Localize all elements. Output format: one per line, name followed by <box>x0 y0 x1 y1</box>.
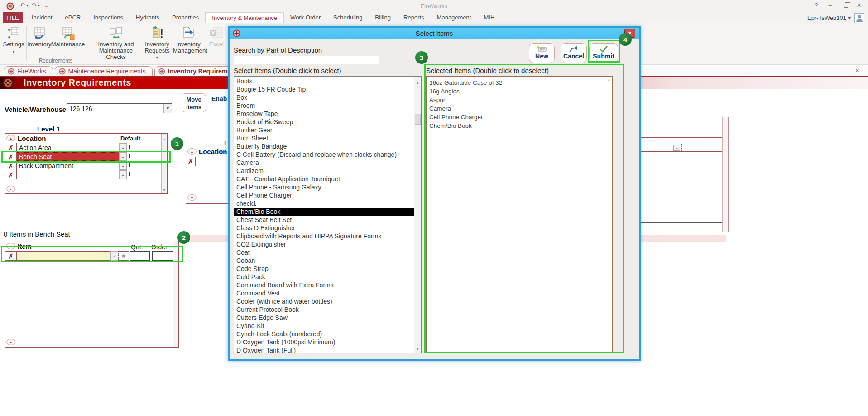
inventory-and-maintenance-checks-button[interactable]: Inventory and Maintenance Checks <box>90 25 142 59</box>
select-item-option[interactable]: Bougie 15 FR Coude Tip <box>234 85 414 93</box>
ribbon-separator <box>26 26 27 60</box>
inventory-management-button[interactable]: Inventory Management <box>173 25 204 59</box>
select-item-option[interactable]: Coat <box>234 248 414 256</box>
ribbon-tab[interactable]: ePCR <box>59 12 87 23</box>
select-item-option[interactable]: Bucket of BioSweep <box>234 118 414 126</box>
select-item-option[interactable]: Cooler (with ice and water bottles) <box>234 297 414 305</box>
select-item-option[interactable]: Chest Seat Belt Set <box>234 216 414 224</box>
select-item-option[interactable]: Broom <box>234 102 414 110</box>
select-item-option[interactable]: Cynch-Lock Seals (numbered) <box>234 330 414 338</box>
location-name-cell[interactable] <box>196 157 229 166</box>
select-item-option[interactable]: Clipboard with Reports and HIPPA Signatu… <box>234 232 414 240</box>
select-item-option[interactable]: CO2 Extinguisher <box>234 240 414 248</box>
settings-button[interactable]: Settings ▾ <box>2 25 25 59</box>
select-item-option[interactable]: Boots <box>234 77 414 85</box>
ribbon-tab[interactable]: Inspections <box>87 12 129 23</box>
select-item-option[interactable]: Current Protocol Book <box>234 305 414 314</box>
ribbon-tab[interactable]: Reports <box>397 12 431 23</box>
ribbon-tab[interactable]: MIH <box>477 12 501 23</box>
select-item-option[interactable]: Butterfly Bandage <box>234 142 414 150</box>
search-input[interactable] <box>234 56 379 64</box>
minimize-button[interactable]: – <box>824 2 836 9</box>
select-item-option[interactable]: Command Board with Extra Forms <box>234 281 414 289</box>
scroll-up-button[interactable] <box>6 135 15 141</box>
location-name-cell[interactable] <box>17 170 119 179</box>
scrollbar-down-icon[interactable] <box>414 344 421 352</box>
location-dropdown-button[interactable] <box>673 145 680 151</box>
select-item-option[interactable]: Burn Sheet <box>234 134 414 142</box>
vehicle-warehouse-select[interactable]: 126 126 ▼ <box>67 103 172 113</box>
window-title: FireWorks <box>0 3 868 10</box>
inventory-requests-button[interactable]: Inventory Requests ▾ <box>143 25 171 59</box>
location-row[interactable]: Back Compartment <box>5 161 161 170</box>
location-row[interactable] <box>5 170 161 179</box>
maintenance-requirements-button[interactable]: Maintenance <box>51 25 85 59</box>
ribbon-tab[interactable]: Hydrants <box>129 12 166 23</box>
scrollbar-thumb[interactable] <box>415 114 421 125</box>
dialog-titlebar[interactable]: Select Items <box>230 28 639 39</box>
scroll-down-button[interactable] <box>6 186 15 192</box>
help-button[interactable]: ? <box>810 2 823 9</box>
delete-row-button[interactable] <box>5 170 17 179</box>
ribbon-tab[interactable]: Inventory & Maintenance <box>205 12 284 23</box>
scrollbar-up-icon[interactable] <box>414 77 421 86</box>
panel-scrollbar[interactable] <box>722 117 728 232</box>
location-row[interactable] <box>186 157 229 166</box>
select-item-option[interactable]: Broselow Tape <box>234 110 414 118</box>
select-item-option[interactable]: C Cell Battery (Discard and replace when… <box>234 150 414 159</box>
select-item-option[interactable]: Cold Pack <box>234 273 414 281</box>
select-item-option[interactable]: Chem/Bio Book <box>234 208 414 216</box>
level1-location-table: Location Default Action Area Bench Seat <box>5 133 168 194</box>
select-item-option[interactable]: Box <box>234 93 414 102</box>
inventory-requirements-button[interactable]: Inventory <box>27 25 51 59</box>
cancel-button[interactable]: Cancel <box>561 43 587 63</box>
select-item-option[interactable]: Cyano-Kit <box>234 322 414 330</box>
move-items-button[interactable]: Move Items <box>182 93 206 112</box>
select-item-option[interactable]: Cutters Edge Saw <box>234 314 414 322</box>
select-item-option[interactable]: CAT - Combat Application Tourniquet <box>234 175 414 183</box>
scroll-down-button[interactable] <box>6 339 15 345</box>
location-dropdown-button[interactable] <box>119 170 127 179</box>
fireworks-crest-icon <box>158 68 165 75</box>
scrollbar-down-icon[interactable] <box>162 185 167 193</box>
select-item-option[interactable]: Command Vest <box>234 289 414 297</box>
select-item-option[interactable]: Cell Phone Charger <box>234 191 414 199</box>
select-item-option[interactable]: Bunker Gear <box>234 126 414 134</box>
select-item-option[interactable]: check1 <box>234 199 414 208</box>
restore-icon[interactable] <box>844 4 848 8</box>
ribbon-tab[interactable]: Properties <box>166 12 205 23</box>
new-button[interactable]: New <box>529 43 555 63</box>
delete-row-button[interactable] <box>186 157 196 166</box>
list-scrollbar[interactable] <box>414 77 421 353</box>
ribbon-tab-file[interactable]: FILE <box>3 12 23 23</box>
select-item-option[interactable]: Camera <box>234 159 414 167</box>
user-avatar-icon[interactable] <box>854 13 864 23</box>
ribbon-tab[interactable]: Incident <box>25 12 59 23</box>
chevron-down-icon[interactable]: ▼ <box>163 104 172 113</box>
select-item-option[interactable]: D Oxygen Tank (1000psi Minimum) <box>234 338 414 346</box>
close-document-tab-icon[interactable]: ✕ <box>855 67 860 74</box>
scroll-down-button[interactable] <box>187 194 197 201</box>
annotation-box-3 <box>424 64 624 353</box>
document-tab-label: Maintenance Requirements <box>68 68 146 75</box>
ribbon-tab[interactable]: Scheduling <box>327 12 369 23</box>
ribbon-tab[interactable]: Billing <box>369 12 397 23</box>
scrollbar-up-icon[interactable] <box>162 134 167 142</box>
input-box[interactable] <box>640 155 722 178</box>
ribbon-tab[interactable]: Management <box>431 12 478 23</box>
select-item-option[interactable]: Cardizem <box>234 167 414 175</box>
input-box[interactable] <box>640 179 722 223</box>
document-tab[interactable]: FireWorks <box>4 66 53 76</box>
ribbon-tab[interactable]: Work Order <box>284 12 327 23</box>
account-menu[interactable]: Epr-TsWeb101 ▾ <box>807 15 851 21</box>
select-item-option[interactable]: Code Strap <box>234 265 414 273</box>
close-window-button[interactable]: ✕ <box>853 2 865 9</box>
scroll-up-button[interactable] <box>187 148 197 155</box>
default-checkbox-cell[interactable] <box>127 170 161 179</box>
select-item-option[interactable]: Cell Phone - Samsung Galaxy <box>234 183 414 191</box>
level1-scrollbar[interactable] <box>161 134 167 193</box>
document-tab[interactable]: Maintenance Requirements <box>55 66 153 76</box>
select-item-option[interactable]: D Oxygen Tank (Full) <box>234 346 414 353</box>
select-item-option[interactable]: Coban <box>234 256 414 265</box>
select-item-option[interactable]: Class D Extinguisher <box>234 224 414 232</box>
